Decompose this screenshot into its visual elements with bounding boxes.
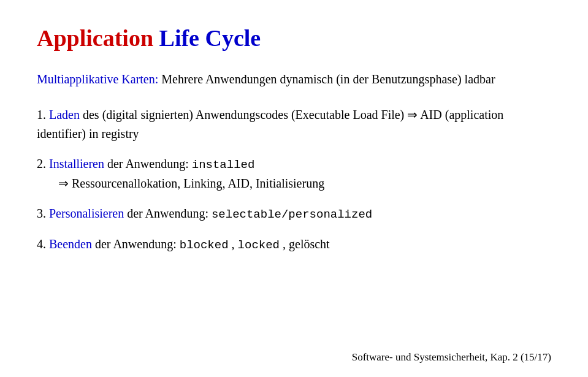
item-1-number: 1.: [37, 108, 49, 121]
item-4-mono1: blocked: [180, 238, 229, 252]
item-1-text1: des (digital signierten) Anwendungscodes…: [37, 108, 503, 140]
list-item-2: 2. Installieren der Anwendung: installed…: [37, 154, 551, 193]
item-3-term: Personalisieren: [49, 207, 124, 220]
item-2-text1: der Anwendung:: [107, 157, 192, 170]
item-2-number: 2.: [37, 157, 49, 170]
item-3-text1: der Anwendung:: [127, 207, 212, 220]
footer-text: Software- und Systemsicherheit, Kap. 2 (…: [352, 351, 551, 363]
title-lifecycle: Life Cycle: [159, 25, 261, 51]
item-4-term: Beenden: [49, 237, 92, 251]
list-item-3: 3. Personalisieren der Anwendung: select…: [37, 204, 551, 224]
item-2-term: Installieren: [49, 157, 104, 170]
list-item-4: 4. Beenden der Anwendung: blocked , lock…: [37, 235, 551, 254]
item-1-term: Laden: [49, 108, 80, 121]
subtitle-rest: Mehrere Anwendungen dynamisch (in der Be…: [161, 72, 495, 86]
page: Application Life Cycle Multiapplikative …: [0, 0, 588, 377]
page-title: Application Life Cycle: [37, 25, 551, 53]
item-2-indent: ⇒ Ressourcenallokation, Linking, AID, In…: [49, 174, 551, 193]
content-list: 1. Laden des (digital signierten) Anwend…: [37, 105, 551, 255]
item-4-number: 4.: [37, 237, 49, 251]
item-2-arrow: ⇒ Ressourcenallokation, Linking, AID, In…: [49, 177, 324, 190]
title-application: Application: [37, 25, 153, 51]
list-item-1: 1. Laden des (digital signierten) Anwend…: [37, 105, 551, 143]
item-3-number: 3.: [37, 207, 49, 220]
item-4-text3: , gelöscht: [283, 237, 330, 251]
subtitle-colored: Multiapplikative Karten:: [37, 72, 158, 86]
item-4-mono2: locked: [238, 238, 280, 252]
item-4-text1: der Anwendung:: [95, 237, 180, 251]
item-4-text2: ,: [232, 237, 238, 251]
item-3-mono: selectable/personalized: [212, 208, 372, 221]
subtitle: Multiapplikative Karten: Mehrere Anwendu…: [37, 70, 551, 88]
footer: Software- und Systemsicherheit, Kap. 2 (…: [352, 351, 551, 364]
item-2-mono: installed: [192, 158, 255, 172]
